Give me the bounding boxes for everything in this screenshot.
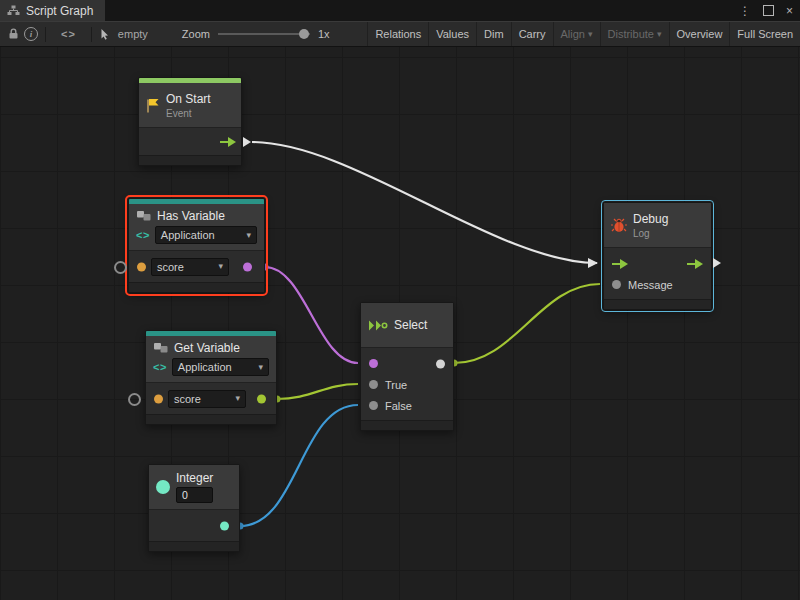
true-port-label: True [385,379,407,391]
wire-value-select-to-message[interactable] [454,284,600,363]
node-header: Get Variable <> Application ▾ [146,336,276,382]
flow-continue-triangle[interactable] [713,258,721,268]
flow-continue-triangle[interactable] [243,137,251,147]
lock-icon[interactable] [4,25,22,43]
variable-kind-icon: <> [136,229,150,241]
graph-canvas[interactable]: On Start Event Has Variable [0,47,800,600]
false-input-port[interactable] [369,401,378,410]
button-label: Full Screen [737,28,793,40]
bug-icon [611,218,627,233]
node-header: On Start Event [139,83,241,127]
kebab-menu-icon[interactable]: ⋮ [739,4,751,18]
variable-name-value: score [157,261,184,273]
relations-button[interactable]: Relations [367,22,428,46]
zoom-label: Zoom [182,28,210,40]
close-icon[interactable]: × [786,4,793,18]
info-icon[interactable]: i [22,25,40,43]
fullscreen-button[interactable]: Full Screen [729,22,800,46]
dim-button[interactable]: Dim [476,22,511,46]
node-header: Select [361,303,453,347]
toolbar-separator [45,27,46,42]
selection-empty-label: empty [118,28,148,40]
window-controls: ⋮ × [739,0,793,21]
node-port-area [149,509,239,541]
node-select[interactable]: Select True False [360,302,454,431]
node-subtitle: Log [633,228,668,239]
code-icon[interactable]: <> [51,28,86,40]
int-output-port[interactable] [220,521,229,530]
node-header: Integer 0 [149,465,239,509]
maximize-icon[interactable] [763,5,774,16]
button-label: Overview [677,28,723,40]
tab-script-graph[interactable]: Script Graph [0,0,105,21]
node-has-variable[interactable]: Has Variable <> Application ▾ score ▾ [128,198,265,293]
flag-icon [146,98,160,113]
node-get-variable[interactable]: Get Variable <> Application ▾ score ▾ [145,330,277,425]
false-port-label: False [385,400,412,412]
true-input-port[interactable] [369,380,378,389]
variable-name-input-port[interactable] [154,394,163,403]
caret-down-icon: ▾ [218,262,223,271]
caret-down-icon: ▾ [588,30,593,39]
bool-output-port[interactable] [243,262,252,271]
cursor-icon [97,25,115,43]
wire-flow-onstart-to-log[interactable] [252,142,597,263]
node-header: Debug Log [604,203,711,247]
node-on-start[interactable]: On Start Event [138,77,242,166]
wire-bool-hasvar-to-select[interactable] [265,267,358,363]
value-output-port[interactable] [257,394,266,403]
overview-button[interactable]: Overview [669,22,730,46]
node-footer [604,299,711,309]
node-port-area [139,127,241,155]
scope-dropdown[interactable]: Application ▾ [172,358,269,376]
select-icon [368,319,388,332]
button-label: Relations [375,28,421,40]
button-label: Distribute [608,28,654,40]
node-title: On Start [166,92,211,106]
variables-icon [153,342,169,354]
zoom-slider-knob[interactable] [299,29,309,39]
result-output-port[interactable] [436,359,445,368]
unconnected-input-circle[interactable] [114,261,127,274]
node-title: Debug [633,212,668,226]
node-footer [361,420,453,430]
graph-toolbar: i <> empty Zoom 1x Relations Values Dim … [0,21,800,47]
node-integer[interactable]: Integer 0 [148,464,240,552]
distribute-button[interactable]: Distribute▾ [600,22,669,46]
integer-value-input[interactable]: 0 [176,487,213,503]
node-debug-log[interactable]: Debug Log Message [603,202,712,310]
flow-port-row [604,253,711,274]
variable-name-input-port[interactable] [137,262,146,271]
selector-port-row [361,353,453,374]
variable-kind-icon: <> [153,361,167,373]
node-title: Get Variable [174,341,240,355]
toolbar-separator [91,27,92,42]
message-input-port[interactable] [612,280,621,289]
caret-down-icon: ▾ [246,231,251,240]
button-label: Align [561,28,585,40]
flow-output-port[interactable] [687,259,703,269]
node-port-area: score ▾ [129,250,264,282]
variable-name-dropdown[interactable]: score ▾ [151,258,229,276]
true-port-row: True [361,374,453,395]
scope-dropdown[interactable]: Application ▾ [155,226,257,244]
flow-output-port[interactable] [220,137,236,147]
unconnected-input-circle[interactable] [128,393,141,406]
node-port-area: Message [604,247,711,299]
wire-flow-arrowhead [588,258,598,268]
button-label: Values [436,28,469,40]
variable-name-dropdown[interactable]: score ▾ [168,390,246,408]
condition-input-port[interactable] [369,359,378,368]
wire-value-getvar-to-true[interactable] [277,384,358,399]
carry-button[interactable]: Carry [511,22,553,46]
align-button[interactable]: Align▾ [553,22,600,46]
message-port-row: Message [604,274,711,295]
tab-title: Script Graph [26,4,93,18]
flow-input-port[interactable] [612,259,628,269]
zoom-value: 1x [318,28,330,40]
button-label: Dim [484,28,504,40]
values-button[interactable]: Values [428,22,476,46]
zoom-slider[interactable] [218,27,310,41]
node-footer [149,541,239,551]
node-title: Has Variable [157,209,225,223]
